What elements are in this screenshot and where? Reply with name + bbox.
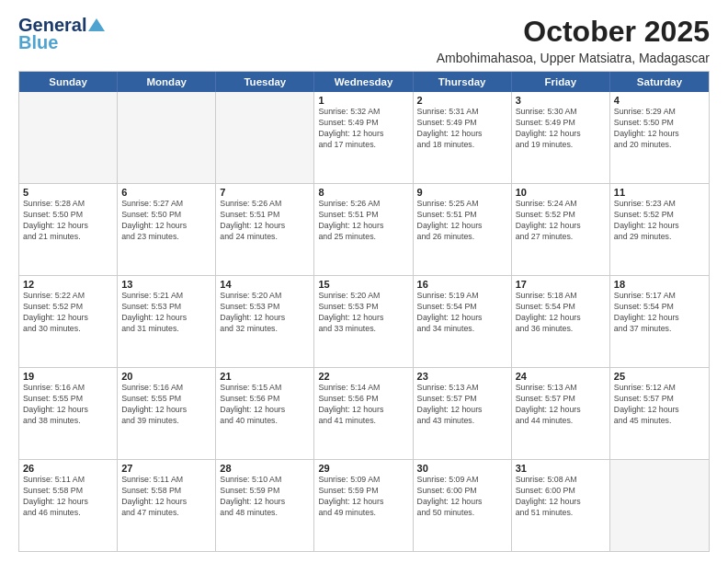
- day-cell: 27Sunrise: 5:11 AM Sunset: 5:58 PM Dayli…: [118, 460, 216, 551]
- day-info: Sunrise: 5:20 AM Sunset: 5:53 PM Dayligh…: [318, 291, 408, 335]
- day-cell: 9Sunrise: 5:25 AM Sunset: 5:51 PM Daylig…: [414, 184, 512, 275]
- day-number: 20: [121, 371, 211, 382]
- day-number: 22: [318, 371, 408, 382]
- logo: General Blue: [18, 15, 105, 53]
- day-cell: 10Sunrise: 5:24 AM Sunset: 5:52 PM Dayli…: [512, 184, 610, 275]
- day-cell: 26Sunrise: 5:11 AM Sunset: 5:58 PM Dayli…: [19, 460, 118, 551]
- day-info: Sunrise: 5:13 AM Sunset: 5:57 PM Dayligh…: [417, 383, 507, 427]
- day-cell: 19Sunrise: 5:16 AM Sunset: 5:55 PM Dayli…: [19, 368, 118, 459]
- day-header-thursday: Thursday: [414, 72, 512, 92]
- subtitle: Ambohimahasoa, Upper Matsiatra, Madagasc…: [437, 51, 710, 65]
- day-number: 25: [614, 371, 705, 382]
- day-info: Sunrise: 5:28 AM Sunset: 5:50 PM Dayligh…: [23, 199, 113, 243]
- day-number: 13: [121, 279, 211, 290]
- week-row-5: 26Sunrise: 5:11 AM Sunset: 5:58 PM Dayli…: [19, 459, 709, 551]
- header: General Blue October 2025 Ambohimahasoa,…: [18, 15, 710, 65]
- day-number: 5: [23, 187, 113, 198]
- day-info: Sunrise: 5:20 AM Sunset: 5:53 PM Dayligh…: [220, 291, 310, 335]
- day-header-saturday: Saturday: [610, 72, 709, 92]
- day-info: Sunrise: 5:17 AM Sunset: 5:54 PM Dayligh…: [614, 291, 705, 335]
- day-info: Sunrise: 5:32 AM Sunset: 5:49 PM Dayligh…: [318, 107, 408, 151]
- svg-marker-0: [88, 18, 105, 31]
- day-info: Sunrise: 5:30 AM Sunset: 5:49 PM Dayligh…: [516, 107, 606, 151]
- day-info: Sunrise: 5:10 AM Sunset: 5:59 PM Dayligh…: [220, 475, 310, 519]
- day-number: 7: [220, 187, 310, 198]
- day-info: Sunrise: 5:29 AM Sunset: 5:50 PM Dayligh…: [614, 107, 705, 151]
- day-number: 2: [417, 95, 507, 106]
- day-cell: [19, 92, 118, 183]
- day-info: Sunrise: 5:22 AM Sunset: 5:52 PM Dayligh…: [23, 291, 113, 335]
- day-cell: 18Sunrise: 5:17 AM Sunset: 5:54 PM Dayli…: [610, 276, 709, 367]
- day-cell: 7Sunrise: 5:26 AM Sunset: 5:51 PM Daylig…: [216, 184, 314, 275]
- day-number: 19: [23, 371, 113, 382]
- day-info: Sunrise: 5:18 AM Sunset: 5:54 PM Dayligh…: [516, 291, 606, 335]
- day-cell: 29Sunrise: 5:09 AM Sunset: 5:59 PM Dayli…: [314, 460, 413, 551]
- day-info: Sunrise: 5:21 AM Sunset: 5:53 PM Dayligh…: [121, 291, 211, 335]
- day-info: Sunrise: 5:24 AM Sunset: 5:52 PM Dayligh…: [516, 199, 606, 243]
- day-number: 9: [417, 187, 507, 198]
- logo-icon: [88, 17, 105, 33]
- day-number: 16: [417, 279, 507, 290]
- day-info: Sunrise: 5:23 AM Sunset: 5:52 PM Dayligh…: [614, 199, 705, 243]
- day-number: 27: [121, 463, 211, 474]
- day-number: 3: [516, 95, 606, 106]
- day-cell: 20Sunrise: 5:16 AM Sunset: 5:55 PM Dayli…: [118, 368, 216, 459]
- title-block: October 2025 Ambohimahasoa, Upper Matsia…: [437, 15, 710, 65]
- day-info: Sunrise: 5:13 AM Sunset: 5:57 PM Dayligh…: [516, 383, 606, 427]
- day-info: Sunrise: 5:16 AM Sunset: 5:55 PM Dayligh…: [23, 383, 113, 427]
- day-cell: [610, 460, 709, 551]
- month-title: October 2025: [437, 15, 710, 49]
- day-number: 28: [220, 463, 310, 474]
- logo-blue: Blue: [18, 32, 58, 53]
- day-number: 24: [516, 371, 606, 382]
- day-cell: 14Sunrise: 5:20 AM Sunset: 5:53 PM Dayli…: [216, 276, 314, 367]
- day-info: Sunrise: 5:26 AM Sunset: 5:51 PM Dayligh…: [318, 199, 408, 243]
- day-cell: 2Sunrise: 5:31 AM Sunset: 5:49 PM Daylig…: [414, 92, 512, 183]
- day-cell: 1Sunrise: 5:32 AM Sunset: 5:49 PM Daylig…: [314, 92, 413, 183]
- day-cell: 3Sunrise: 5:30 AM Sunset: 5:49 PM Daylig…: [512, 92, 610, 183]
- day-header-sunday: Sunday: [19, 72, 118, 92]
- day-number: 4: [614, 95, 705, 106]
- day-cell: 23Sunrise: 5:13 AM Sunset: 5:57 PM Dayli…: [414, 368, 512, 459]
- day-header-wednesday: Wednesday: [314, 72, 413, 92]
- day-info: Sunrise: 5:11 AM Sunset: 5:58 PM Dayligh…: [23, 475, 113, 519]
- day-cell: 30Sunrise: 5:09 AM Sunset: 6:00 PM Dayli…: [414, 460, 512, 551]
- day-cell: 28Sunrise: 5:10 AM Sunset: 5:59 PM Dayli…: [216, 460, 314, 551]
- day-cell: 17Sunrise: 5:18 AM Sunset: 5:54 PM Dayli…: [512, 276, 610, 367]
- week-row-4: 19Sunrise: 5:16 AM Sunset: 5:55 PM Dayli…: [19, 367, 709, 459]
- day-cell: 11Sunrise: 5:23 AM Sunset: 5:52 PM Dayli…: [610, 184, 709, 275]
- page: General Blue October 2025 Ambohimahasoa,…: [0, 0, 728, 563]
- day-info: Sunrise: 5:27 AM Sunset: 5:50 PM Dayligh…: [121, 199, 211, 243]
- day-number: 10: [516, 187, 606, 198]
- week-row-3: 12Sunrise: 5:22 AM Sunset: 5:52 PM Dayli…: [19, 275, 709, 367]
- day-number: 15: [318, 279, 408, 290]
- day-cell: 6Sunrise: 5:27 AM Sunset: 5:50 PM Daylig…: [118, 184, 216, 275]
- day-info: Sunrise: 5:19 AM Sunset: 5:54 PM Dayligh…: [417, 291, 507, 335]
- day-cell: 5Sunrise: 5:28 AM Sunset: 5:50 PM Daylig…: [19, 184, 118, 275]
- day-number: 14: [220, 279, 310, 290]
- week-row-2: 5Sunrise: 5:28 AM Sunset: 5:50 PM Daylig…: [19, 183, 709, 275]
- day-cell: [118, 92, 216, 183]
- day-cell: 21Sunrise: 5:15 AM Sunset: 5:56 PM Dayli…: [216, 368, 314, 459]
- day-cell: 12Sunrise: 5:22 AM Sunset: 5:52 PM Dayli…: [19, 276, 118, 367]
- day-cell: 22Sunrise: 5:14 AM Sunset: 5:56 PM Dayli…: [314, 368, 413, 459]
- day-cell: 16Sunrise: 5:19 AM Sunset: 5:54 PM Dayli…: [414, 276, 512, 367]
- day-info: Sunrise: 5:31 AM Sunset: 5:49 PM Dayligh…: [417, 107, 507, 151]
- day-info: Sunrise: 5:14 AM Sunset: 5:56 PM Dayligh…: [318, 383, 408, 427]
- day-info: Sunrise: 5:16 AM Sunset: 5:55 PM Dayligh…: [121, 383, 211, 427]
- day-number: 17: [516, 279, 606, 290]
- weeks: 1Sunrise: 5:32 AM Sunset: 5:49 PM Daylig…: [19, 92, 709, 551]
- day-header-monday: Monday: [118, 72, 216, 92]
- day-number: 21: [220, 371, 310, 382]
- week-row-1: 1Sunrise: 5:32 AM Sunset: 5:49 PM Daylig…: [19, 92, 709, 183]
- day-info: Sunrise: 5:26 AM Sunset: 5:51 PM Dayligh…: [220, 199, 310, 243]
- day-number: 26: [23, 463, 113, 474]
- day-cell: 31Sunrise: 5:08 AM Sunset: 6:00 PM Dayli…: [512, 460, 610, 551]
- day-cell: 25Sunrise: 5:12 AM Sunset: 5:57 PM Dayli…: [610, 368, 709, 459]
- day-info: Sunrise: 5:09 AM Sunset: 6:00 PM Dayligh…: [417, 475, 507, 519]
- day-header-tuesday: Tuesday: [216, 72, 314, 92]
- day-cell: 13Sunrise: 5:21 AM Sunset: 5:53 PM Dayli…: [118, 276, 216, 367]
- day-cell: [216, 92, 314, 183]
- day-number: 8: [318, 187, 408, 198]
- day-info: Sunrise: 5:15 AM Sunset: 5:56 PM Dayligh…: [220, 383, 310, 427]
